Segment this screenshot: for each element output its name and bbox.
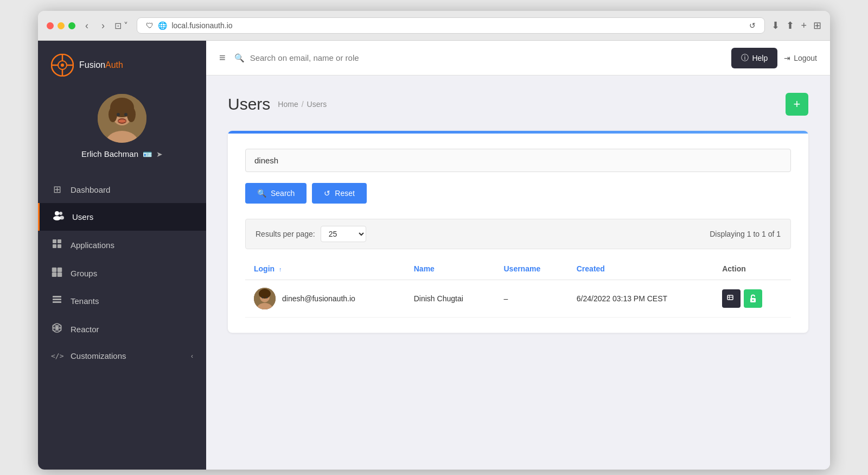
globe-icon: 🌐: [158, 21, 167, 30]
svg-point-13: [111, 98, 133, 111]
search-icon: 🔍: [234, 53, 245, 63]
svg-rect-30: [53, 296, 61, 297]
sidebar-item-reactor[interactable]: Reactor: [38, 315, 206, 344]
logo-fusion: Fusion: [79, 60, 105, 69]
dashboard-icon: ⊞: [51, 183, 63, 195]
sidebar-item-label-tenants: Tenants: [71, 296, 99, 306]
svg-rect-45: [729, 295, 730, 300]
sidebar-item-groups[interactable]: Groups: [38, 259, 206, 287]
sidebar-item-label-users: Users: [72, 212, 93, 221]
svg-point-19: [59, 212, 62, 215]
logo-auth: Auth: [105, 60, 123, 69]
groups-icon: [51, 267, 63, 280]
global-search-input[interactable]: [250, 53, 732, 62]
search-btn-icon: 🔍: [257, 189, 266, 198]
fusionauth-logo-icon: [51, 54, 74, 77]
svg-point-2: [61, 64, 64, 67]
user-search-input[interactable]: [245, 149, 791, 172]
browser-url-bar[interactable]: 🛡 🌐 local.fusionauth.io ↺: [137, 17, 765, 34]
logo-text: FusionAuth: [79, 60, 123, 70]
results-header: Results per page: 25 50 100 Displaying 1…: [245, 219, 791, 249]
grid-button[interactable]: ⊞: [813, 20, 821, 31]
svg-rect-22: [53, 239, 56, 243]
users-table-body: dinesh@fusionauth.io Dinish Chugtai – 6/…: [245, 280, 791, 318]
svg-rect-29: [58, 273, 62, 277]
user-avatar: [98, 94, 146, 143]
hamburger-button[interactable]: ≡: [219, 52, 226, 64]
download-button[interactable]: ⬇: [771, 20, 780, 31]
svg-point-15: [124, 113, 127, 116]
sidebar-nav: ⊞ Dashboard Users: [38, 172, 206, 470]
user-email: dinesh@fusionauth.io: [282, 294, 355, 303]
sidebar-item-users[interactable]: Users: [38, 203, 206, 231]
search-actions: 🔍 Search ↺ Reset: [245, 183, 791, 204]
customizations-chevron-icon: ‹: [191, 352, 193, 360]
search-btn-label: Search: [271, 189, 295, 198]
sidebar-item-applications[interactable]: Applications: [38, 231, 206, 259]
tenants-icon: [51, 295, 63, 307]
th-action: Action: [713, 258, 791, 280]
sidebar-user-section: Erlich Bachman 🪪 ➤: [38, 85, 206, 172]
new-tab-button[interactable]: +: [801, 20, 807, 31]
search-button[interactable]: 🔍 Search: [245, 183, 307, 204]
sidebar-item-tenants[interactable]: Tenants: [38, 287, 206, 315]
svg-rect-31: [53, 299, 61, 300]
th-created: Created: [568, 258, 713, 280]
svg-rect-23: [58, 239, 61, 243]
browser-dots: [47, 22, 75, 29]
row-avatar-svg: [254, 288, 276, 309]
svg-rect-27: [58, 268, 62, 272]
url-text: local.fusionauth.io: [171, 21, 232, 30]
page-body: Users Home / Users +: [206, 75, 830, 470]
table-row: dinesh@fusionauth.io Dinish Chugtai – 6/…: [245, 280, 791, 318]
customizations-icon: </>: [51, 352, 63, 360]
help-circle-icon: ⓘ: [741, 53, 749, 63]
sidebar-item-label-applications: Applications: [71, 240, 114, 250]
sidebar-item-label-reactor: Reactor: [71, 325, 99, 334]
sidebar-item-customizations[interactable]: </> Customizations ‹: [38, 344, 206, 368]
user-send-icon: ➤: [156, 150, 163, 159]
user-card-icon: 🪪: [143, 150, 152, 159]
svg-point-47: [752, 300, 754, 301]
share-button[interactable]: ⬆: [786, 20, 794, 31]
applications-icon: [51, 238, 63, 252]
app-container: FusionAuth: [38, 41, 830, 470]
per-page-select[interactable]: 25 50 100: [321, 226, 366, 242]
user-name-row: Erlich Bachman 🪪 ➤: [81, 149, 163, 159]
td-actions: [713, 280, 791, 318]
reload-icon[interactable]: ↺: [749, 21, 756, 30]
unlock-user-button[interactable]: [744, 289, 762, 308]
search-card: 🔍 Search ↺ Reset Results per page:: [228, 131, 808, 333]
dot-green: [68, 22, 75, 29]
users-icon: [53, 211, 65, 223]
page-title: Users: [228, 95, 270, 113]
svg-point-18: [55, 211, 59, 216]
sidebar-item-label-dashboard: Dashboard: [71, 185, 110, 194]
reset-icon: ↺: [324, 189, 330, 198]
logout-label: Logout: [794, 54, 817, 62]
sidebar-item-label-groups: Groups: [71, 269, 97, 278]
svg-point-20: [53, 216, 61, 220]
breadcrumb-home[interactable]: Home: [278, 100, 298, 109]
th-login[interactable]: Login ↑: [245, 258, 405, 280]
add-user-button[interactable]: +: [786, 93, 808, 116]
td-created: 6/24/2022 03:13 PM CEST: [568, 280, 713, 318]
logout-button[interactable]: ⇥ Logout: [784, 54, 817, 62]
user-row-email: dinesh@fusionauth.io: [254, 288, 397, 309]
edit-user-button[interactable]: [722, 289, 741, 308]
page-header: Users Home / Users +: [228, 93, 808, 116]
results-per-page: Results per page: 25 50 100: [256, 226, 366, 242]
global-search-bar: 🔍: [234, 53, 732, 63]
sidebar-logo: FusionAuth: [38, 41, 206, 85]
search-card-body: 🔍 Search ↺ Reset Results per page:: [228, 134, 808, 333]
displaying-text: Displaying 1 to 1 of 1: [710, 230, 781, 238]
svg-rect-32: [53, 301, 61, 303]
th-name: Name: [405, 258, 495, 280]
svg-rect-44: [727, 297, 733, 297]
reset-button[interactable]: ↺ Reset: [312, 183, 367, 204]
browser-back-button[interactable]: ‹: [82, 19, 92, 33]
help-button[interactable]: ⓘ Help: [731, 48, 777, 68]
svg-rect-26: [52, 268, 56, 272]
sidebar-item-dashboard[interactable]: ⊞ Dashboard: [38, 176, 206, 203]
browser-forward-button[interactable]: ›: [98, 19, 108, 33]
